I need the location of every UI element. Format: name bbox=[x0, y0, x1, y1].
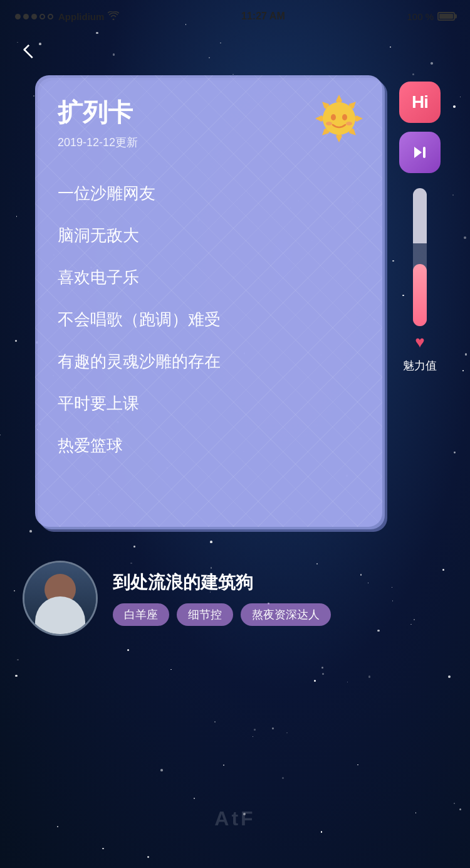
profile-name: 到处流浪的建筑狗 bbox=[113, 571, 445, 595]
atf-watermark: AtF bbox=[214, 807, 255, 830]
status-bar: Applidium 11:27 AM 100 % bbox=[0, 0, 470, 28]
back-chevron-icon bbox=[23, 45, 38, 59]
wifi-icon bbox=[108, 11, 119, 22]
profile-info: 到处流浪的建筑狗 白羊座细节控熬夜资深达人 bbox=[113, 571, 445, 626]
signal-dot-5 bbox=[48, 14, 53, 19]
carrier-name: Applidium bbox=[58, 11, 104, 22]
profile-tag: 白羊座 bbox=[113, 603, 169, 626]
profile-tag: 熬夜资深达人 bbox=[241, 603, 331, 626]
card-stack: 扩列卡 2019-12-12更新 一位沙雕网友脑洞无敌大喜欢电子乐不会唱歌（跑调… bbox=[35, 75, 382, 527]
skip-forward-icon bbox=[409, 142, 431, 163]
signal-dot-3 bbox=[31, 14, 37, 19]
profile-section: 到处流浪的建筑狗 白羊座细节控熬夜资深达人 bbox=[0, 542, 470, 655]
svg-rect-13 bbox=[423, 147, 426, 158]
card-date: 2019-12-12更新 bbox=[58, 135, 360, 150]
profile-tags: 白羊座细节控熬夜资深达人 bbox=[113, 603, 445, 626]
charm-meter: ♥ 魅力值 bbox=[403, 188, 437, 373]
status-left: Applidium bbox=[15, 11, 119, 22]
right-sidebar: Hi ♥ 魅力值 bbox=[395, 75, 445, 527]
charm-label: 魅力值 bbox=[403, 358, 437, 373]
signal-dot-1 bbox=[15, 14, 21, 19]
card-item: 脑洞无敌大 bbox=[58, 214, 360, 257]
card-items-list: 一位沙雕网友脑洞无敌大喜欢电子乐不会唱歌（跑调）难受有趣的灵魂沙雕的存在平时要上… bbox=[58, 172, 360, 467]
hi-button[interactable]: Hi bbox=[399, 82, 441, 123]
card-item: 平时要上课 bbox=[58, 383, 360, 425]
heart-icon: ♥ bbox=[415, 332, 424, 352]
play-button[interactable] bbox=[399, 132, 441, 173]
status-time: 11:27 AM bbox=[241, 11, 285, 22]
signal-dot-4 bbox=[39, 14, 45, 19]
status-right: 100 % bbox=[407, 11, 455, 22]
card-item: 一位沙雕网友 bbox=[58, 172, 360, 214]
back-button[interactable] bbox=[19, 40, 41, 63]
card-title: 扩列卡 bbox=[58, 95, 360, 130]
meter-track bbox=[413, 188, 427, 326]
meter-fill bbox=[413, 264, 427, 326]
main-content: 扩列卡 2019-12-12更新 一位沙雕网友脑洞无敌大喜欢电子乐不会唱歌（跑调… bbox=[0, 63, 470, 527]
card-item: 有趣的灵魂沙雕的存在 bbox=[58, 341, 360, 383]
avatar-body bbox=[35, 596, 85, 634]
avatar-person bbox=[24, 563, 96, 634]
battery-percent: 100 % bbox=[407, 11, 434, 22]
expand-card: 扩列卡 2019-12-12更新 一位沙雕网友脑洞无敌大喜欢电子乐不会唱歌（跑调… bbox=[35, 75, 382, 527]
avatar bbox=[23, 561, 98, 636]
card-item: 喜欢电子乐 bbox=[58, 257, 360, 299]
battery-icon bbox=[437, 12, 455, 21]
card-item: 热爱篮球 bbox=[58, 425, 360, 467]
signal-dot-2 bbox=[23, 14, 29, 19]
profile-tag: 细节控 bbox=[177, 603, 233, 626]
card-item: 不会唱歌（跑调）难受 bbox=[58, 299, 360, 341]
